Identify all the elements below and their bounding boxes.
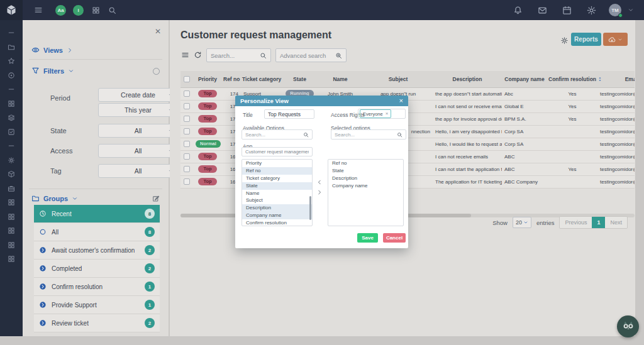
selected-options-items: Ref noStateDescriptionCompany name <box>328 160 403 190</box>
title-label: Title <box>243 112 253 118</box>
available-option[interactable]: Ticket category <box>242 175 312 182</box>
available-option[interactable]: Subject <box>242 197 312 204</box>
available-option[interactable]: Company name <box>242 212 312 219</box>
personalize-view-modal: Personalize View × Title Access Rights E… <box>235 96 408 248</box>
selected-option[interactable]: Description <box>328 175 403 182</box>
remove-tag-icon[interactable]: × <box>386 111 389 117</box>
move-left-icon[interactable] <box>316 179 323 185</box>
cancel-button[interactable]: Cancel <box>383 233 406 243</box>
available-options-search-input[interactable] <box>242 132 303 138</box>
search-icon <box>397 132 402 138</box>
available-option[interactable]: Confirm resolution <box>242 219 312 226</box>
available-options-items: PriorityRef noTicket categoryStateNameSu… <box>242 160 312 226</box>
access-rights-value: Everyone <box>363 111 383 117</box>
save-button[interactable]: Save <box>357 233 378 243</box>
access-rights-field[interactable]: Everyone × <box>358 109 406 119</box>
view-title-input[interactable] <box>264 109 314 119</box>
selected-options-search-input[interactable] <box>331 132 397 138</box>
move-right-icon[interactable] <box>316 189 323 195</box>
selected-options-list: Ref noStateDescriptionCompany name <box>328 159 404 226</box>
access-rights-tag: Everyone × <box>360 109 391 118</box>
assistant-mascot-button[interactable] <box>617 315 639 337</box>
modal-header: Personalize View × <box>235 96 408 106</box>
modal-close-icon[interactable]: × <box>399 97 403 104</box>
available-option[interactable]: Priority <box>242 160 312 167</box>
list-scrollbar[interactable] <box>309 196 311 220</box>
selected-option[interactable]: Ref no <box>328 160 403 167</box>
available-option[interactable]: State <box>242 182 312 190</box>
available-options-list: PriorityRef noTicket categoryStateNameSu… <box>242 159 313 226</box>
selected-option[interactable]: State <box>328 167 403 175</box>
available-options-search <box>242 129 313 140</box>
modal-title: Personalize View <box>240 97 289 104</box>
app-input[interactable] <box>242 147 313 156</box>
available-option[interactable]: Name <box>242 190 312 197</box>
transfer-arrows <box>316 179 323 195</box>
available-option[interactable]: Description <box>242 204 312 212</box>
selected-options-search <box>331 129 406 140</box>
search-icon <box>303 132 309 138</box>
available-option[interactable]: Ref no <box>242 167 312 175</box>
owl-icon <box>621 319 636 334</box>
selected-option[interactable]: Company name <box>328 182 403 190</box>
